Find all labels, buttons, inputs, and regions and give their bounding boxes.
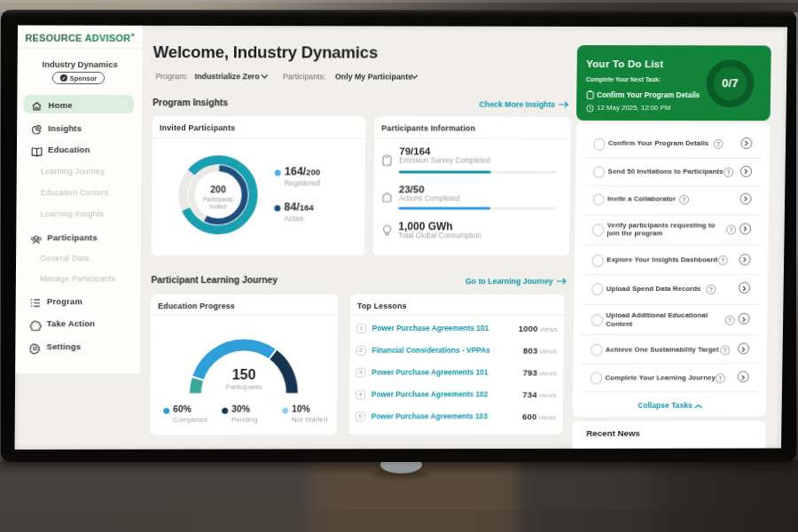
svg-text:200: 200 [210, 184, 226, 195]
svg-text:Invited: Invited [209, 204, 226, 210]
svg-text:Participants: Participants [203, 197, 233, 204]
